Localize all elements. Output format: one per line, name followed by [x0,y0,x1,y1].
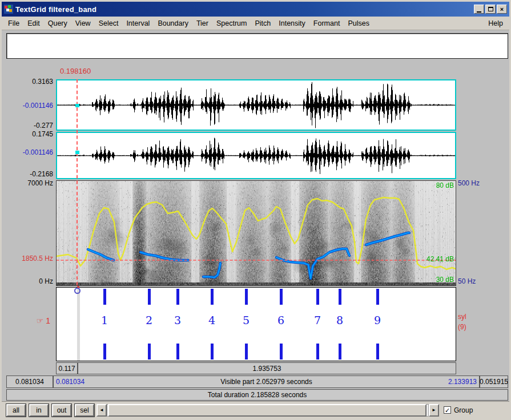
visible-start-value: 0.081034 [56,378,85,386]
wave2-ymid-label[interactable]: -0.001146 [2,148,53,156]
zoom-sel-button[interactable]: sel [75,404,94,417]
tier-point-count: (9) [458,323,466,331]
point-label-5[interactable]: 5 [238,314,255,326]
point-marker-top-8[interactable] [339,289,341,305]
analysis-overlay [57,181,456,285]
wave2-ymin-label: -0.2168 [2,170,53,178]
group-checkbox-label[interactable]: Group [454,406,473,414]
waveform-panel-1[interactable] [56,79,456,131]
selected-tier-indicator[interactable]: ☞ 1 [2,316,50,325]
wave1-ymid-label[interactable]: -0.001146 [2,102,53,110]
app-icon [4,5,13,14]
menu-item-boundary[interactable]: Boundary [154,18,192,29]
menu-item-intensity[interactable]: Intensity [275,18,309,29]
title-bar[interactable]: TextGrid filtered_band × [2,2,509,17]
wave1-ymax-label: 0.3163 [2,78,53,86]
point-label-4[interactable]: 4 [203,314,220,326]
time-right-of-cursor-bar[interactable]: 1.935753 [78,362,456,374]
minimize-button[interactable] [474,5,484,14]
menu-item-edit[interactable]: Edit [23,18,44,29]
point-marker-top-1[interactable] [103,289,106,305]
menu-bar: FileEditQueryViewSelectIntervalBoundaryT… [2,17,509,30]
time-left-of-cursor-bar[interactable]: 0.117 [56,362,78,374]
point-label-2[interactable]: 2 [140,314,158,326]
time-right-of-cursor: 1.935753 [252,365,281,373]
window-title: TextGrid filtered_band [15,5,96,14]
zoom-all-button[interactable]: all [6,404,26,417]
praat-textgrid-window: TextGrid filtered_band × FileEditQueryVi… [0,0,511,420]
tier-name-label[interactable]: syl [458,313,466,321]
spectrogram-freq-top-label: 7000 Hz [2,179,53,187]
point-label-7[interactable]: 7 [309,314,326,326]
scrollbar-thumb[interactable] [108,404,426,417]
tier-cursor-bar[interactable] [77,288,80,361]
pitch-max-label: 500 Hz [458,179,480,187]
point-label-3[interactable]: 3 [169,314,186,326]
total-duration-label: Total duration 2.185828 seconds [208,391,307,399]
tier-cursor-circle[interactable] [74,288,81,294]
spectrogram-freq-bottom-label: 0 Hz [2,277,53,285]
point-marker-top-7[interactable] [316,289,319,305]
cursor-sample-mark-2 [75,151,79,154]
point-label-9[interactable]: 9 [369,314,386,326]
menu-item-file[interactable]: File [4,18,23,29]
hidden-before-bar[interactable]: 0.081034 [6,375,53,388]
point-marker-top-9[interactable] [376,289,379,305]
menu-item-view[interactable]: View [71,18,95,29]
point-marker-bottom-4[interactable] [211,344,214,360]
label-edit-field[interactable] [6,33,508,59]
menu-item-formant[interactable]: Formant [309,18,344,29]
maximize-button[interactable] [485,5,496,14]
tier-number: 1 [46,316,50,325]
pitch-min-label: 50 Hz [458,277,476,285]
point-label-1[interactable]: 1 [96,314,113,326]
menu-item-tier[interactable]: Tier [192,18,212,29]
hidden-after-bar[interactable]: 0.051915 [480,375,508,388]
total-duration-bar[interactable]: Total duration 2.185828 seconds [6,389,508,401]
waveform-panel-2[interactable] [56,132,456,179]
spectrogram-panel[interactable] [56,180,456,286]
point-marker-bottom-1[interactable] [103,344,106,360]
point-marker-bottom-9[interactable] [376,344,379,360]
bottom-control-strip: all in out sel ◄ ► ✓ Group [2,401,509,418]
point-marker-bottom-7[interactable] [316,344,319,360]
scroll-left-arrow-icon[interactable]: ◄ [96,404,107,417]
point-label-8[interactable]: 8 [331,314,348,326]
textgrid-tier-syl[interactable]: 123456789 [56,287,456,361]
point-marker-bottom-5[interactable] [245,344,248,360]
intensity-curve [57,197,456,269]
point-label-6[interactable]: 6 [272,314,289,326]
visible-part-bar[interactable]: 0.081034 Visible part 2.052979 seconds 2… [53,375,480,388]
menu-item-spectrum[interactable]: Spectrum [212,18,251,29]
point-marker-top-2[interactable] [148,289,151,305]
menu-item-pulses[interactable]: Pulses [344,18,373,29]
zoom-in-button[interactable]: in [29,404,49,417]
menu-item-help[interactable]: Help [484,18,507,29]
point-marker-bottom-8[interactable] [339,344,341,360]
time-left-of-cursor: 0.117 [58,365,75,373]
point-marker-top-6[interactable] [280,289,283,305]
point-marker-top-3[interactable] [176,289,179,305]
cursor-sample-mark-1 [75,104,79,107]
zoom-out-button[interactable]: out [52,404,71,417]
menu-item-interval[interactable]: Interval [122,18,154,29]
intensity-min-label: 30 dB [417,276,454,284]
pitch-segment-5 [366,233,409,245]
group-checkbox[interactable]: ✓ [444,406,451,414]
point-marker-bottom-2[interactable] [148,344,151,360]
visible-end-value: 2.133913 [448,378,477,386]
point-marker-bottom-6[interactable] [280,344,283,360]
close-button[interactable]: × [497,5,507,14]
pitch-segment-outline-2 [140,252,188,260]
cursor-line[interactable] [77,79,78,285]
point-marker-top-5[interactable] [245,289,248,305]
point-marker-bottom-3[interactable] [176,344,179,360]
menu-item-query[interactable]: Query [44,18,71,29]
wave1-ymin-label: -0.277 [2,122,53,130]
pointing-hand-icon: ☞ [37,316,44,325]
waveform-canvas-1 [57,80,455,130]
menu-item-select[interactable]: Select [95,18,123,29]
scroll-right-arrow-icon[interactable]: ► [429,404,439,417]
point-marker-top-4[interactable] [211,289,214,305]
menu-item-pitch[interactable]: Pitch [251,18,275,29]
